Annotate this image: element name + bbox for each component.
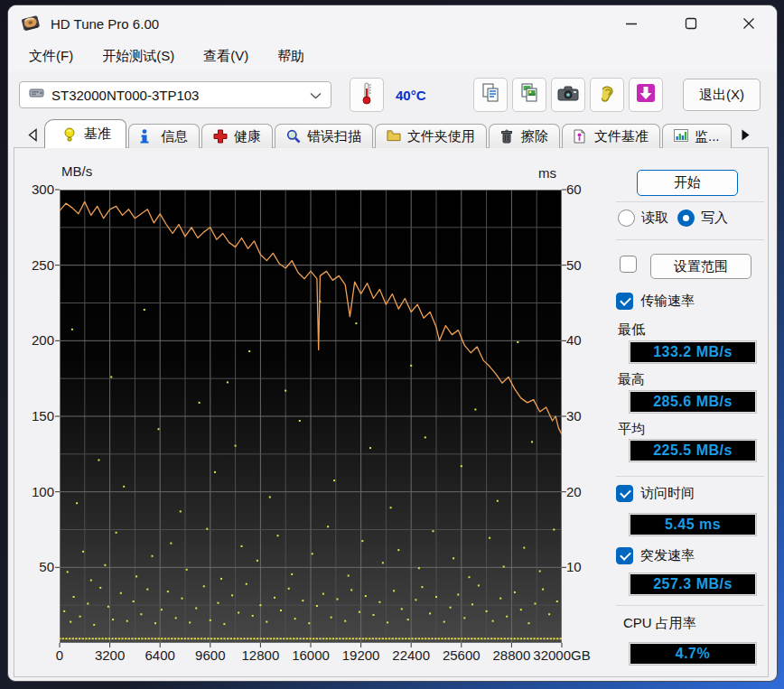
- write-radio[interactable]: 写入: [677, 209, 728, 227]
- x-tick-label: 32000GB: [526, 647, 598, 663]
- menu-item-2[interactable]: 查看(V): [191, 43, 260, 70]
- title-bar: HD Tune Pro 6.00: [8, 5, 777, 42]
- tab-label: 信息: [161, 128, 188, 145]
- info-icon: [140, 129, 154, 144]
- tab-1[interactable]: 信息: [128, 124, 200, 148]
- set-range-button[interactable]: 设置范围: [650, 254, 751, 279]
- tab-7[interactable]: 监...: [662, 124, 732, 148]
- tab-0[interactable]: 基准: [44, 119, 126, 148]
- close-button[interactable]: [721, 5, 777, 42]
- max-value: 285.6 MB/s: [630, 391, 756, 413]
- write-radio-label: 写入: [701, 209, 728, 227]
- y-left-tick-label: 50: [23, 559, 54, 574]
- write-radio-circle[interactable]: [677, 209, 695, 227]
- cpu-usage-label: CPU 占用率: [623, 615, 696, 632]
- read-radio-label: 读取: [641, 209, 668, 227]
- tab-label: 文件基准: [594, 128, 649, 145]
- y-left-tick-label: 150: [23, 408, 54, 424]
- bulb-icon: [63, 127, 78, 142]
- scan-icon: [286, 129, 301, 144]
- ear-icon: [598, 82, 616, 107]
- erase-icon: [500, 129, 515, 144]
- menu-bar: 文件(F)开始测试(S)查看(V)帮助: [8, 42, 777, 71]
- tab-bar: 基准信息健康错误扫描文件夹使用擦除文件基准监...: [8, 118, 777, 148]
- file-benchmark-icon: [574, 129, 588, 144]
- tab-label: 监...: [695, 128, 720, 145]
- y-left-tick-label: 300: [23, 182, 54, 197]
- access-time-checkbox[interactable]: 访问时间: [616, 485, 695, 502]
- separator: [616, 476, 764, 477]
- transfer-rate-checkbox[interactable]: 传输速率: [616, 293, 695, 310]
- camera-icon: [557, 84, 579, 106]
- access-time-checkbox-box[interactable]: [616, 485, 633, 502]
- monitor-icon: [674, 129, 688, 144]
- y-right-tick-label: 20: [566, 484, 597, 499]
- tab-label: 擦除: [521, 128, 548, 145]
- drive-select[interactable]: ST32000NT000-3TP103: [19, 81, 331, 108]
- maximize-button[interactable]: [661, 5, 721, 42]
- toolbar: ST32000NT000-3TP103 40°C: [8, 71, 777, 118]
- side-panel: 开始 读取 写入 设置范围 传输速率 最低 133.2 MB/s 最高: [611, 148, 770, 676]
- drive-icon: [29, 87, 44, 103]
- thermometer-icon: [360, 81, 373, 108]
- copy-image-button[interactable]: [512, 78, 546, 112]
- acoustic-button[interactable]: [590, 78, 624, 112]
- download-icon: [635, 82, 657, 107]
- read-radio-circle[interactable]: [618, 209, 635, 227]
- start-button[interactable]: 开始: [637, 170, 738, 196]
- y-right-tick-label: 50: [566, 257, 597, 273]
- avg-value: 225.5 MB/s: [630, 440, 756, 461]
- copy-text-button[interactable]: [473, 78, 508, 112]
- y-left-axis-unit: MB/s: [61, 163, 92, 179]
- triangle-left-icon: [27, 128, 38, 142]
- avg-label: 平均: [618, 421, 645, 438]
- tab-4[interactable]: 文件夹使用: [375, 124, 487, 148]
- y-right-tick-label: 60: [566, 182, 597, 197]
- menu-item-1[interactable]: 开始测试(S): [90, 43, 186, 70]
- transfer-rate-checkbox-box[interactable]: [616, 293, 633, 310]
- exit-button[interactable]: 退出(X): [683, 79, 761, 111]
- y-right-tick-label: 10: [566, 559, 597, 574]
- read-radio[interactable]: 读取: [618, 209, 668, 227]
- min-value: 133.2 MB/s: [630, 341, 756, 363]
- drive-name: ST32000NT000-3TP103: [51, 88, 199, 103]
- benchmark-chart: MB/sms3002502001501005060504030201003200…: [23, 163, 611, 674]
- access-time-label: 访问时间: [640, 485, 695, 502]
- tab-5[interactable]: 擦除: [489, 124, 560, 148]
- window-title: HD Tune Pro 6.00: [51, 16, 159, 32]
- tab-2[interactable]: 健康: [201, 124, 273, 148]
- toolbar-buttons: [473, 78, 663, 112]
- burst-rate-label: 突发速率: [640, 547, 695, 564]
- tab-scroll-right-button[interactable]: [733, 123, 757, 146]
- spindown-button[interactable]: [629, 78, 663, 112]
- health-icon: [213, 129, 228, 144]
- y-left-tick-label: 200: [23, 332, 54, 348]
- tab-label: 基准: [84, 126, 111, 143]
- y-right-axis-unit: ms: [538, 165, 556, 181]
- tab-6[interactable]: 文件基准: [562, 124, 660, 148]
- burst-rate-checkbox[interactable]: 突发速率: [616, 547, 695, 564]
- tab-label: 错误扫描: [307, 128, 361, 145]
- copy-image-icon: [519, 82, 539, 107]
- chart-plot-area: [60, 190, 562, 643]
- tab-label: 健康: [234, 128, 261, 145]
- y-right-tick-label: 30: [566, 408, 597, 424]
- range-checkbox[interactable]: [620, 256, 637, 273]
- y-right-tick-label: 40: [566, 332, 597, 348]
- max-label: 最高: [618, 371, 645, 388]
- minimize-button[interactable]: [602, 5, 661, 42]
- screenshot-button[interactable]: [551, 78, 585, 112]
- menu-item-0[interactable]: 文件(F): [17, 43, 85, 70]
- temperature-value: 40°C: [396, 88, 426, 103]
- menu-item-3[interactable]: 帮助: [266, 43, 316, 70]
- benchmark-page: MB/sms3002502001501005060504030201003200…: [14, 147, 769, 677]
- app-hdd-icon: [21, 14, 41, 33]
- tab-3[interactable]: 错误扫描: [275, 124, 373, 148]
- burst-rate-checkbox-box[interactable]: [616, 547, 633, 564]
- tab-scroll-left-button[interactable]: [21, 123, 44, 146]
- range-checkbox-box[interactable]: [620, 256, 637, 273]
- chart-canvas: [60, 190, 562, 643]
- min-label: 最低: [618, 321, 645, 339]
- temperature-button[interactable]: [350, 78, 384, 112]
- tab-label: 文件夹使用: [407, 128, 475, 145]
